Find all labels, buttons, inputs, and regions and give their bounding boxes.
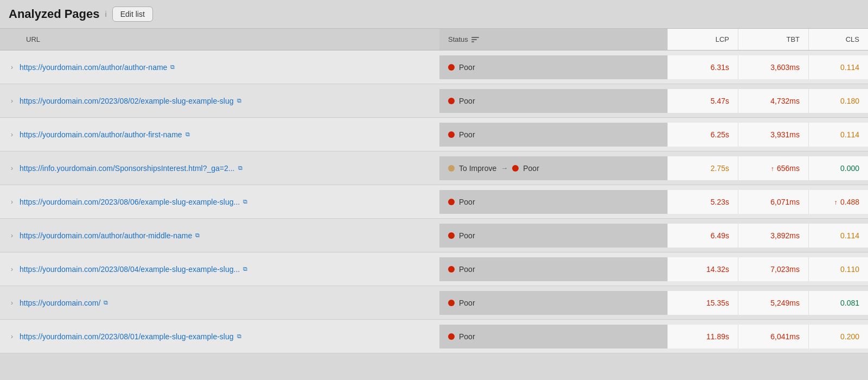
table-row: ›https://yourdomain.com/author/author-na…: [0, 50, 868, 84]
status-dot-to: [448, 131, 455, 138]
header: Analyzed Pages i Edit list: [0, 0, 868, 28]
cell-url: ›https://yourdomain.com/2023/08/04/examp…: [0, 257, 439, 282]
expand-chevron-icon[interactable]: ›: [9, 298, 15, 308]
cell-lcp: 2.75s: [667, 156, 738, 180]
table-row: ›https://yourdomain.com/2023/08/02/examp…: [0, 84, 868, 118]
edit-list-button[interactable]: Edit list: [112, 7, 153, 22]
cell-tbt: 4,732ms: [738, 89, 808, 113]
cell-url: ›https://yourdomain.com/author/author-mi…: [0, 223, 439, 248]
cell-status: Poor: [439, 123, 667, 147]
cell-status: Poor: [439, 325, 667, 349]
expand-chevron-icon[interactable]: ›: [9, 62, 15, 72]
col-header-url: URL: [0, 29, 439, 50]
cell-lcp: 5.23s: [667, 190, 738, 214]
cell-status: Poor: [439, 291, 667, 315]
external-link-icon: ⧉: [104, 299, 108, 306]
cell-cls: 0.200: [808, 325, 868, 349]
cell-url: ›https://info.yourdomain.com/Sponsorship…: [0, 156, 439, 181]
status-dot-to: [448, 266, 455, 273]
table-row: ›https://yourdomain.com/2023/08/01/examp…: [0, 320, 868, 353]
cell-url: ›https://yourdomain.com/2023/08/01/examp…: [0, 324, 439, 349]
cell-tbt: 3,892ms: [738, 224, 808, 248]
cell-status: Poor: [439, 257, 667, 281]
cell-tbt: 5,249ms: [738, 291, 808, 315]
expand-chevron-icon[interactable]: ›: [9, 231, 15, 240]
cell-url: ›https://yourdomain.com/⧉: [0, 290, 439, 315]
status-text-to: Poor: [459, 299, 475, 307]
expand-chevron-icon[interactable]: ›: [9, 130, 15, 140]
status-text-to: Poor: [459, 63, 475, 72]
url-link[interactable]: https://yourdomain.com/2023/08/06/exampl…: [20, 198, 247, 206]
cell-lcp: 6.25s: [667, 123, 738, 147]
table-row: ›https://yourdomain.com/author/author-fi…: [0, 118, 868, 151]
cell-cls: 0.180: [808, 89, 868, 113]
info-icon[interactable]: i: [105, 10, 107, 18]
url-link[interactable]: https://yourdomain.com/2023/08/01/exampl…: [20, 332, 241, 341]
table-row: ›https://yourdomain.com/2023/08/04/examp…: [0, 252, 868, 286]
filter-icon[interactable]: [471, 37, 479, 42]
col-header-status: Status: [439, 29, 667, 50]
table-row: ›https://yourdomain.com/2023/08/06/examp…: [0, 185, 868, 219]
col-header-cls: CLS: [808, 29, 868, 50]
external-link-icon: ⧉: [170, 64, 175, 71]
cell-tbt: 3,931ms: [738, 123, 808, 147]
table-row: ›https://yourdomain.com/author/author-mi…: [0, 219, 868, 252]
cell-status: Poor: [439, 55, 667, 79]
cell-tbt: 6,041ms: [738, 325, 808, 349]
status-text-to: Poor: [459, 198, 475, 206]
status-dot-to: [448, 300, 455, 306]
external-link-icon: ⧉: [243, 265, 247, 273]
status-dot-to: [448, 98, 455, 104]
cell-lcp: 6.31s: [667, 55, 738, 79]
external-link-icon: ⧉: [186, 131, 190, 138]
status-dot-to: [448, 64, 455, 71]
cell-cls: ↑ 0.488: [808, 190, 868, 214]
table-body: ›https://yourdomain.com/author/author-na…: [0, 50, 868, 353]
url-link[interactable]: https://yourdomain.com/author/author-fir…: [20, 130, 190, 139]
trend-up-icon: ↑: [834, 199, 839, 206]
page-title: Analyzed Pages: [9, 7, 100, 21]
cell-lcp: 5.47s: [667, 89, 738, 113]
cell-lcp: 6.49s: [667, 224, 738, 248]
cell-status: Poor: [439, 190, 667, 214]
url-link[interactable]: https://yourdomain.com/2023/08/02/exampl…: [20, 97, 241, 105]
status-dot-to: [448, 333, 455, 340]
cell-url: ›https://yourdomain.com/author/author-fi…: [0, 122, 439, 147]
status-text-to: Poor: [523, 164, 539, 173]
cell-cls: 0.000: [808, 156, 868, 180]
page-wrapper: Analyzed Pages i Edit list URL Status LC…: [0, 0, 868, 353]
url-link[interactable]: https://yourdomain.com/⧉: [20, 299, 108, 307]
url-link[interactable]: https://info.yourdomain.com/Sponsorships…: [20, 164, 242, 173]
analyzed-pages-table: URL Status LCP TBT CLS ›https://yourdoma…: [0, 28, 868, 353]
url-link[interactable]: https://yourdomain.com/author/author-mid…: [20, 231, 200, 240]
cell-url: ›https://yourdomain.com/2023/08/06/examp…: [0, 189, 439, 214]
cell-lcp: 11.89s: [667, 325, 738, 349]
status-text-to: Poor: [459, 97, 475, 105]
cell-tbt: 7,023ms: [738, 257, 808, 281]
cell-tbt: 6,071ms: [738, 190, 808, 214]
cell-cls: 0.081: [808, 291, 868, 315]
url-link[interactable]: https://yourdomain.com/author/author-nam…: [20, 63, 175, 72]
external-link-icon: ⧉: [195, 232, 200, 239]
status-dot-to: [448, 232, 455, 239]
expand-chevron-icon[interactable]: ›: [9, 163, 15, 173]
expand-chevron-icon[interactable]: ›: [9, 264, 15, 274]
expand-chevron-icon[interactable]: ›: [9, 197, 15, 207]
cell-tbt: ↑ 656ms: [738, 156, 808, 180]
expand-chevron-icon[interactable]: ›: [9, 332, 15, 341]
col-header-tbt: TBT: [738, 29, 808, 50]
status-dot-to: [448, 199, 455, 205]
col-header-lcp: LCP: [667, 29, 738, 50]
status-text-to: Poor: [459, 130, 475, 139]
external-link-icon: ⧉: [238, 164, 242, 172]
cell-lcp: 15.35s: [667, 291, 738, 315]
cell-cls: 0.114: [808, 224, 868, 248]
status-dot-from: [448, 165, 455, 172]
status-text-from: To Improve: [459, 164, 496, 173]
status-text-to: Poor: [459, 265, 475, 274]
url-link[interactable]: https://yourdomain.com/2023/08/04/exampl…: [20, 265, 247, 274]
cell-url: ›https://yourdomain.com/2023/08/02/examp…: [0, 88, 439, 113]
expand-chevron-icon[interactable]: ›: [9, 96, 15, 106]
external-link-icon: ⧉: [243, 198, 247, 205]
table-row: ›https://info.yourdomain.com/Sponsorship…: [0, 151, 868, 185]
